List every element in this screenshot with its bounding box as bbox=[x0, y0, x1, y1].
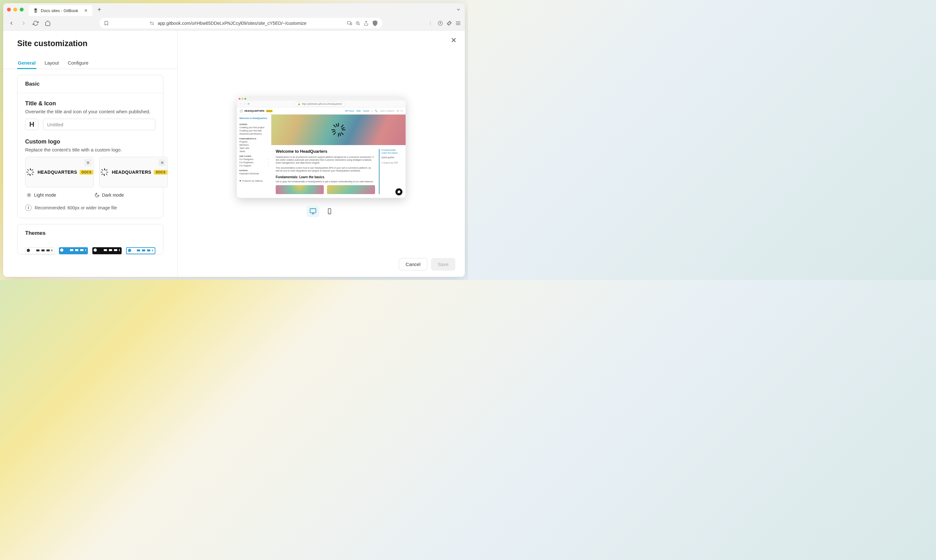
svg-line-29 bbox=[106, 169, 108, 171]
svg-line-60 bbox=[342, 128, 345, 129]
title-input[interactable] bbox=[43, 119, 155, 130]
svg-line-45 bbox=[240, 110, 241, 111]
svg-rect-3 bbox=[350, 23, 352, 25]
preview-article-h2: Fundamentals: Learn the basics bbox=[276, 175, 375, 179]
preview-toolbar: ← → ⟳ 🔒 https://jetstream.gitbook.io/hea… bbox=[237, 100, 406, 108]
brave-shields-icon[interactable] bbox=[372, 20, 378, 26]
mobile-preview-button[interactable] bbox=[323, 206, 336, 217]
tab-configure[interactable]: Configure bbox=[67, 57, 89, 69]
tab-close-button[interactable]: ✕ bbox=[84, 8, 88, 13]
window-minimize-button[interactable] bbox=[13, 8, 17, 11]
preview-aside-link: Fundamentals: Learn the basics bbox=[381, 149, 401, 154]
bookmark-icon[interactable] bbox=[104, 21, 109, 26]
preview-article-h1: Welcome to HeadQuarters bbox=[276, 149, 375, 154]
preview-titlebar bbox=[237, 97, 406, 100]
settings-panel: Site customization General Layout Config… bbox=[3, 31, 178, 277]
preview-link-wiki: Wiki bbox=[356, 110, 361, 112]
share-icon[interactable] bbox=[364, 21, 369, 26]
address-bar[interactable]: app.gitbook.com/o/rHbw65DDeLxPNJCcyl09/s… bbox=[99, 18, 383, 29]
preview-brand-tag: DOCS bbox=[266, 110, 273, 112]
preview-aside-pdf: ⎙ Export as PDF bbox=[381, 162, 401, 164]
preview-chat-button bbox=[395, 188, 402, 195]
remove-light-logo-button[interactable]: ✕ bbox=[84, 159, 91, 166]
dark-logo-text: HEADQUARTERS bbox=[112, 169, 151, 175]
theme-options bbox=[17, 242, 163, 254]
preview-max-icon bbox=[245, 98, 246, 100]
preview-article-sub: Get to grips the fundamentals of HeadQua… bbox=[276, 180, 375, 183]
theme-option-dark[interactable] bbox=[93, 247, 122, 254]
theme-option-bold[interactable] bbox=[59, 247, 88, 254]
svg-point-0 bbox=[150, 22, 151, 23]
forward-button[interactable] bbox=[19, 19, 28, 28]
dark-mode-label: Dark mode bbox=[93, 191, 156, 200]
svg-line-7 bbox=[359, 24, 360, 25]
info-icon: i bbox=[25, 205, 31, 211]
preview-sidebar: Welcome to HeadQuarters GUIDES Creating … bbox=[237, 115, 271, 198]
traffic-lights bbox=[7, 8, 23, 11]
menu-icon[interactable] bbox=[455, 20, 461, 26]
tab-favicon-icon bbox=[33, 8, 38, 13]
light-logo-text: HEADQUARTERS bbox=[37, 169, 77, 175]
window-maximize-button[interactable] bbox=[20, 8, 23, 11]
theme-option-light[interactable] bbox=[25, 247, 54, 254]
window-close-button[interactable] bbox=[7, 8, 11, 11]
rewards-icon[interactable] bbox=[438, 20, 443, 26]
desktop-preview-button[interactable] bbox=[307, 206, 319, 217]
tab-layout[interactable]: Layout bbox=[44, 57, 60, 69]
cancel-button[interactable]: Cancel bbox=[399, 258, 427, 271]
preview-cat-usecases: USE CASES bbox=[239, 155, 269, 157]
svg-line-56 bbox=[341, 125, 343, 127]
preview-url: https://jetstream.gitbook.io/headquarter… bbox=[302, 103, 342, 105]
footer-buttons: Cancel Save bbox=[399, 258, 455, 271]
dark-logo-upload[interactable]: ✕ HEADQUARTERS DOCS bbox=[99, 157, 168, 188]
svg-line-46 bbox=[242, 112, 243, 112]
preview-cat-guides: GUIDES bbox=[239, 123, 269, 125]
svg-line-57 bbox=[336, 124, 338, 127]
tabs-overflow-button[interactable] bbox=[456, 7, 461, 12]
site-settings-icon[interactable] bbox=[149, 21, 154, 26]
new-tab-button[interactable]: + bbox=[95, 6, 104, 13]
save-button[interactable]: Save bbox=[431, 258, 455, 271]
sun-icon bbox=[26, 192, 31, 198]
tab-general[interactable]: General bbox=[17, 57, 36, 69]
zoom-icon[interactable] bbox=[355, 21, 360, 26]
preview-article-body: This documentation covers how to use Hea… bbox=[276, 166, 375, 172]
preview-cat-extras: EXTRAS bbox=[239, 169, 269, 171]
settings-tabs: General Layout Configure bbox=[3, 53, 177, 69]
svg-point-1 bbox=[153, 23, 154, 25]
preview-panel: ✕ ← → ⟳ 🔒 https://jetstream.gitboo bbox=[178, 31, 465, 277]
svg-line-18 bbox=[28, 174, 29, 175]
custom-logo-heading: Custom logo bbox=[25, 138, 155, 145]
toolbar-right bbox=[438, 20, 461, 26]
svg-line-58 bbox=[340, 133, 341, 136]
svg-line-26 bbox=[102, 169, 103, 171]
remove-dark-logo-button[interactable]: ✕ bbox=[159, 159, 165, 166]
gitbook-icon: ◆ bbox=[239, 180, 241, 182]
reload-button[interactable] bbox=[31, 19, 40, 28]
extensions-icon[interactable] bbox=[446, 20, 452, 26]
tab-title: Docs sites - GitBook bbox=[41, 8, 78, 13]
site-preview: ← → ⟳ 🔒 https://jetstream.gitbook.io/hea… bbox=[237, 97, 406, 198]
page-content: Site customization General Layout Config… bbox=[3, 31, 465, 277]
preview-card-image-2 bbox=[327, 185, 375, 194]
svg-line-53 bbox=[333, 125, 336, 127]
title-icon-heading: Title & Icon bbox=[25, 100, 155, 107]
preview-forward-icon: → bbox=[244, 103, 246, 105]
theme-option-outline[interactable] bbox=[126, 247, 155, 254]
home-button[interactable] bbox=[43, 19, 52, 28]
preview-main: Welcome to HeadQuarters HeadQuarters is … bbox=[271, 115, 406, 198]
preview-site-header: HEADQUARTERS DOCS API docs Wiki Home | 🔍… bbox=[237, 108, 406, 115]
headquarters-logo-icon bbox=[25, 168, 35, 177]
device-toolbar-icon[interactable] bbox=[347, 21, 352, 26]
preview-cat-fundamentals: FUNDAMENTALS bbox=[239, 138, 269, 140]
light-mode-label: Light mode bbox=[25, 191, 88, 200]
icon-picker-button[interactable]: H bbox=[25, 119, 39, 130]
preview-article-intro: HeadQuarters is an AI-powered customer s… bbox=[276, 155, 375, 164]
custom-logo-description: Replace the content's title with a custo… bbox=[25, 147, 155, 152]
back-button[interactable] bbox=[7, 19, 16, 28]
browser-tab[interactable]: Docs sites - GitBook ✕ bbox=[29, 5, 93, 16]
close-button[interactable]: ✕ bbox=[451, 36, 456, 45]
preview-hero-logo-icon bbox=[331, 122, 346, 137]
preview-min-icon bbox=[242, 98, 243, 100]
light-logo-upload[interactable]: ✕ HEADQUARTERS DOCS bbox=[25, 157, 94, 188]
